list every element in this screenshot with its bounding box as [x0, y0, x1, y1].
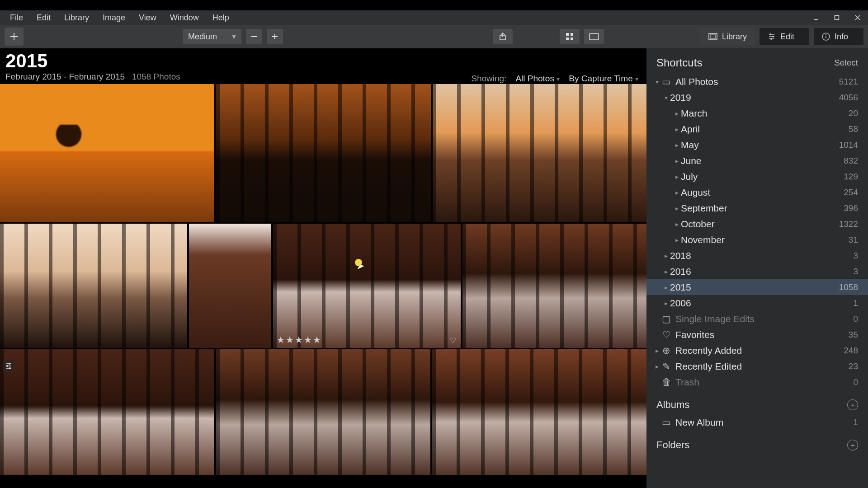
tree-recently-added[interactable]: ▸⊕Recently Added248: [646, 343, 868, 358]
add-folder-button[interactable]: ＋: [847, 440, 858, 450]
expand-icon[interactable]: ▸: [673, 236, 681, 244]
tree-month[interactable]: ▸July129: [646, 169, 868, 184]
tab-info[interactable]: Info: [814, 28, 863, 45]
collapse-icon[interactable]: ▾: [653, 78, 661, 85]
svg-point-25: [826, 34, 826, 35]
gallery-date-range: February 2015 - February 2015: [5, 72, 125, 82]
sidebar: Shortcuts Select ▾▭All Photos5121 ▾20194…: [646, 48, 868, 488]
album-item[interactable]: ▭New Album1: [646, 414, 868, 430]
rating-stars[interactable]: ★★★★★: [277, 334, 322, 345]
thumbnail-size-label: Medium: [188, 32, 217, 42]
expand-icon[interactable]: ▸: [673, 110, 681, 117]
menu-help[interactable]: Help: [206, 11, 236, 24]
svg-point-30: [6, 365, 8, 367]
tree-year-2006[interactable]: ▸20061: [646, 295, 868, 311]
expand-icon[interactable]: ▸: [673, 221, 681, 228]
chevron-down-icon: ▾: [635, 75, 638, 83]
tab-library[interactable]: Library: [700, 28, 755, 45]
share-button[interactable]: [493, 29, 513, 44]
tree-trash[interactable]: 🗑Trash0: [646, 374, 868, 390]
tree-month[interactable]: ▸August254: [646, 184, 868, 200]
thumbnail[interactable]: [216, 84, 431, 222]
sort-dropdown[interactable]: By Capture Time ▾: [569, 74, 638, 84]
tree-year-2019[interactable]: ▾20194056: [646, 89, 868, 105]
thumbnail[interactable]: [0, 224, 187, 348]
close-button[interactable]: [847, 10, 868, 25]
expand-icon[interactable]: ▸: [662, 300, 670, 307]
svg-point-23: [770, 38, 772, 40]
tree-month[interactable]: ▸April58: [646, 121, 868, 137]
collapse-icon[interactable]: ▾: [662, 94, 670, 101]
expand-icon[interactable]: ▸: [673, 126, 681, 133]
select-button[interactable]: Select: [834, 58, 858, 68]
thumbnail[interactable]: [216, 349, 430, 475]
menu-window[interactable]: Window: [164, 11, 205, 24]
svg-rect-1: [835, 16, 839, 20]
tab-edit[interactable]: Edit: [760, 28, 809, 45]
tree-month[interactable]: ▸October1322: [646, 216, 868, 232]
thumbnail[interactable]: [432, 349, 646, 475]
thumbnail[interactable]: ★★★★★ ♡: [273, 224, 461, 348]
tree-month[interactable]: ▸September396: [646, 200, 868, 216]
expand-icon[interactable]: ▸: [673, 205, 681, 212]
chevron-down-icon: ▾: [557, 75, 560, 83]
menu-edit[interactable]: Edit: [30, 11, 57, 24]
titlebar: [0, 0, 868, 10]
tree-single-image-edits[interactable]: ▢Single Image Edits0: [646, 311, 868, 327]
tree-month[interactable]: ▸May1014: [646, 137, 868, 153]
minimize-button[interactable]: [806, 10, 826, 25]
gallery-title: 2015: [5, 50, 641, 72]
image-icon: ▢: [661, 314, 672, 324]
favorite-toggle[interactable]: ♡: [449, 336, 456, 345]
tree-recently-edited[interactable]: ▸✎Recently Edited23: [646, 358, 868, 374]
grid-view-button[interactable]: [560, 29, 580, 44]
menubar: File Edit Library Image View Window Help: [0, 10, 868, 25]
tree-year-2016[interactable]: ▸20163: [646, 263, 868, 279]
tree-favorites[interactable]: ♡Favorites35: [646, 327, 868, 343]
zoom-out-button[interactable]: [246, 29, 262, 44]
menu-image[interactable]: Image: [96, 11, 132, 24]
svg-rect-11: [566, 33, 569, 36]
expand-icon[interactable]: ▸: [662, 284, 670, 291]
expand-icon[interactable]: ▸: [673, 157, 681, 164]
expand-icon[interactable]: ▸: [653, 347, 661, 354]
expand-icon[interactable]: ▸: [673, 141, 681, 149]
add-album-button[interactable]: ＋: [847, 399, 858, 410]
tree-year-2018[interactable]: ▸20183: [646, 248, 868, 263]
zoom-in-button[interactable]: [267, 29, 283, 44]
thumbnail[interactable]: [462, 224, 646, 348]
thumbnail[interactable]: [0, 84, 214, 222]
menu-view[interactable]: View: [132, 11, 163, 24]
filter-dropdown[interactable]: All Photos ▾: [515, 74, 560, 84]
tree-month[interactable]: ▸March20: [646, 105, 868, 121]
tree-month[interactable]: ▸November31: [646, 232, 868, 248]
svg-rect-17: [710, 35, 716, 38]
expand-icon[interactable]: ▸: [662, 252, 670, 259]
filter-panel-toggle[interactable]: [3, 360, 14, 372]
gallery-filters: Showing: All Photos ▾ By Capture Time ▾: [471, 74, 638, 84]
thumbnail[interactable]: [0, 349, 214, 475]
tree-month[interactable]: ▸June832: [646, 153, 868, 169]
tree-year-2015[interactable]: ▸20151058: [646, 279, 868, 295]
library-icon: [708, 33, 717, 40]
menu-file[interactable]: File: [4, 11, 29, 24]
trash-icon: 🗑: [661, 377, 672, 388]
shortcuts-tree: ▾▭All Photos5121 ▾20194056 ▸March20 ▸Apr…: [646, 74, 868, 390]
single-view-button[interactable]: [584, 29, 604, 44]
thumbnail-size-select[interactable]: Medium ▾: [183, 29, 241, 44]
expand-icon[interactable]: ▸: [673, 189, 681, 196]
thumbnail[interactable]: [189, 224, 271, 348]
shortcuts-heading: Shortcuts: [656, 56, 702, 69]
heart-icon: ♡: [661, 329, 672, 340]
sliders-icon: [768, 33, 776, 41]
sliders-icon: [5, 362, 13, 370]
maximize-button[interactable]: [826, 10, 847, 25]
thumbnail[interactable]: [433, 84, 646, 222]
expand-icon[interactable]: ▸: [673, 173, 681, 180]
add-button[interactable]: [5, 28, 24, 46]
expand-icon[interactable]: ▸: [662, 268, 670, 275]
tree-all-photos[interactable]: ▾▭All Photos5121: [646, 74, 868, 89]
expand-icon[interactable]: ▸: [653, 363, 661, 370]
menu-library[interactable]: Library: [58, 11, 95, 24]
showing-label: Showing:: [471, 74, 506, 84]
